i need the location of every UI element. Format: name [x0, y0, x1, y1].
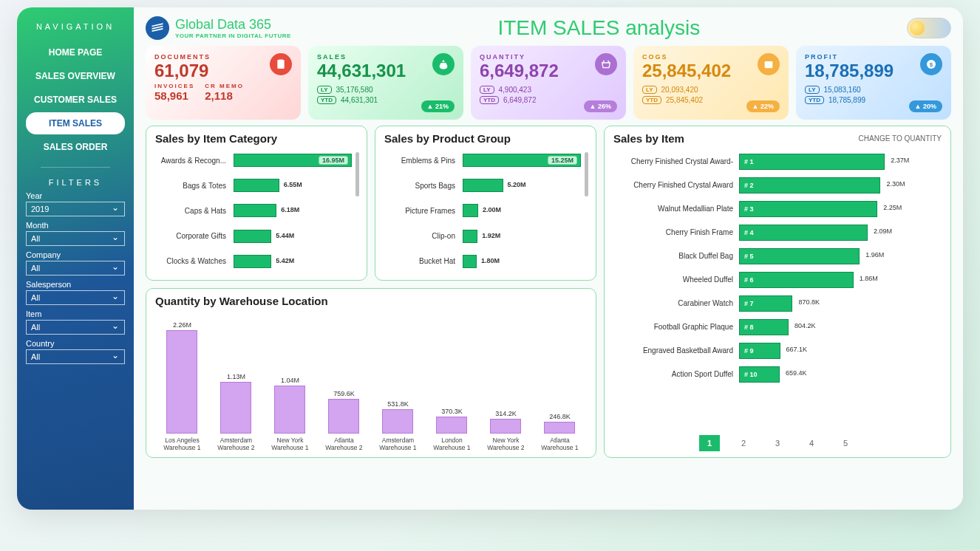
ytd-tag: YTD [480, 96, 499, 104]
pct-badge: ▲ 20% [909, 100, 942, 112]
item-bar[interactable]: # 9 [739, 343, 780, 359]
bar-value: 2.00M [483, 206, 501, 213]
page-4[interactable]: 4 [801, 435, 822, 451]
filter-select-country[interactable]: All [26, 349, 125, 364]
bar-row: Clip-on1.92M [384, 228, 581, 244]
filter-select-month[interactable]: All [26, 231, 125, 246]
bar[interactable] [463, 255, 477, 268]
bar-label: AtlantaWarehouse 2 [325, 437, 362, 451]
chart-sales-by-item: Cherry Finished Crystal Award-# 12.37MCh… [613, 152, 942, 429]
bar[interactable] [382, 409, 413, 434]
bar[interactable] [328, 399, 359, 434]
bar[interactable] [220, 382, 251, 434]
filter-group-company: CompanyAll [26, 250, 125, 276]
bar[interactable] [234, 179, 279, 192]
item-track: # 61.86M [739, 272, 942, 288]
ly-tag: LY [642, 86, 657, 94]
svg-text:$: $ [930, 61, 933, 68]
page-title-strong: ITEM SALES [497, 16, 619, 39]
item-bar[interactable]: # 5 [739, 248, 860, 264]
item-rank: # 1 [744, 158, 754, 165]
ytd-value: 25,845,402 [666, 96, 703, 104]
panel-sales-by-item: Sales by Item CHANGE TO QUANTITY Cherry … [604, 126, 951, 458]
item-bar[interactable]: # 10 [739, 366, 780, 383]
nav-item-sales-order[interactable]: SALES ORDER [26, 136, 125, 158]
scrollbar[interactable] [355, 152, 359, 196]
bar-value: 531.8K [387, 400, 409, 408]
bar-label: AmsterdamWarehouse 2 [217, 437, 254, 451]
bar[interactable]: 16.95M [234, 154, 352, 167]
pct-badge: ▲ 26% [584, 100, 617, 112]
bar-value: 5.44M [276, 232, 294, 239]
item-row: Cherry Finished Crystal Award# 22.30M [613, 176, 942, 194]
bar[interactable] [234, 255, 271, 268]
item-track: # 12.37M [739, 154, 942, 170]
bar-column: 246.8KAtlantaWarehouse 1 [536, 413, 583, 451]
nav-divider [41, 167, 110, 168]
item-rank: # 2 [744, 182, 754, 189]
theme-toggle[interactable] [907, 18, 951, 38]
bar[interactable] [166, 330, 197, 434]
filter-select-year[interactable]: 2019 [26, 202, 125, 216]
bar[interactable] [436, 417, 467, 434]
page-5[interactable]: 5 [835, 435, 856, 451]
item-bar[interactable]: # 8 [739, 319, 789, 335]
nav-item-sales-overview[interactable]: SALES OVERVIEW [26, 65, 125, 87]
bar-track: 2.00M [463, 204, 581, 217]
page-3[interactable]: 3 [767, 435, 788, 451]
bar[interactable]: 15.25M [463, 154, 581, 167]
item-value: 667.1K [786, 346, 808, 353]
bar[interactable] [234, 204, 276, 217]
item-bar[interactable]: # 4 [739, 225, 868, 241]
bar[interactable] [274, 386, 305, 433]
filter-select-salesperson[interactable]: All [26, 290, 125, 305]
ly-value: 20,093,420 [661, 86, 698, 94]
item-value: 804.2K [794, 322, 816, 329]
filter-select-item[interactable]: All [26, 320, 125, 335]
item-bar[interactable]: # 1 [739, 154, 885, 170]
bar-value: 314.2K [495, 410, 517, 417]
bar-value: 1.92M [482, 232, 500, 239]
item-row: Action Sport Duffel# 10659.4K [613, 365, 942, 383]
ytd-value: 44,631,301 [341, 96, 378, 104]
brand-tagline: YOUR PARTNER IN DIGITAL FUTURE [175, 32, 291, 39]
kpi-sales: SALES 44,631,301 LY35,176,580 YTD44,631,… [308, 46, 463, 120]
bar[interactable] [234, 230, 271, 243]
item-track: # 22.30M [739, 177, 942, 194]
item-bar[interactable]: # 7 [739, 295, 792, 312]
item-value: 2.30M [886, 180, 905, 188]
item-value: 2.25M [883, 204, 902, 211]
nav-item-item-sales[interactable]: ITEM SALES [26, 112, 125, 134]
bar-column: 759.6KAtlantaWarehouse 2 [320, 390, 367, 451]
filter-label: Year [26, 191, 125, 200]
bar-column: 1.04MNew YorkWarehouse 1 [266, 377, 313, 451]
clipboard-icon [270, 53, 292, 75]
bar-value: 5.42M [276, 257, 294, 264]
item-track: # 32.25M [739, 201, 942, 217]
nav-item-customer-sales[interactable]: CUSTOMER SALES [26, 89, 125, 111]
bar-value: 6.18M [281, 206, 299, 213]
crmemo-value: 2,118 [205, 89, 244, 102]
page-2[interactable]: 2 [733, 435, 754, 451]
bar-value: 2.26M [173, 321, 191, 329]
bar[interactable] [544, 422, 575, 433]
item-rank: # 4 [744, 229, 754, 236]
scrollbar[interactable] [585, 152, 588, 196]
change-to-quantity-link[interactable]: CHANGE TO QUANTITY [859, 134, 942, 143]
item-row: Carabiner Watch# 7870.8K [613, 294, 942, 312]
page-1[interactable]: 1 [699, 435, 720, 451]
bar-value: 759.6K [333, 390, 355, 397]
brand-suffix: 365 [249, 17, 271, 32]
bar[interactable] [490, 419, 521, 433]
item-bar[interactable]: # 6 [739, 272, 854, 288]
bar[interactable] [463, 230, 477, 243]
pct-badge: ▲ 21% [421, 100, 455, 112]
nav-item-home-page[interactable]: HOME PAGE [26, 41, 125, 64]
bar-value: 1.13M [227, 373, 245, 380]
item-bar[interactable]: # 2 [739, 177, 880, 194]
item-bar[interactable]: # 3 [739, 201, 877, 217]
bar[interactable] [463, 179, 503, 192]
filter-select-company[interactable]: All [26, 261, 125, 276]
bar[interactable] [463, 204, 478, 217]
item-value: 1.86M [860, 275, 878, 282]
